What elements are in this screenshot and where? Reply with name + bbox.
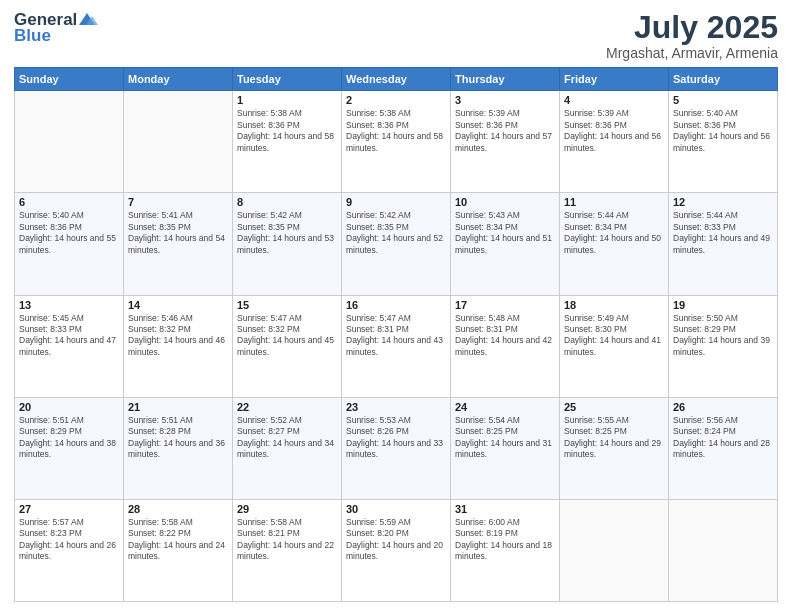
day-detail: Sunrise: 5:47 AMSunset: 8:32 PMDaylight:… [237, 313, 337, 359]
calendar-cell: 5Sunrise: 5:40 AMSunset: 8:36 PMDaylight… [669, 91, 778, 193]
day-number: 6 [19, 196, 119, 208]
day-detail: Sunrise: 5:56 AMSunset: 8:24 PMDaylight:… [673, 415, 773, 461]
day-number: 25 [564, 401, 664, 413]
day-detail: Sunrise: 5:59 AMSunset: 8:20 PMDaylight:… [346, 517, 446, 563]
day-number: 19 [673, 299, 773, 311]
weekday-header: Tuesday [233, 68, 342, 91]
calendar-cell [669, 499, 778, 601]
weekday-header: Friday [560, 68, 669, 91]
day-detail: Sunrise: 5:42 AMSunset: 8:35 PMDaylight:… [237, 210, 337, 256]
calendar-cell: 4Sunrise: 5:39 AMSunset: 8:36 PMDaylight… [560, 91, 669, 193]
calendar-cell: 14Sunrise: 5:46 AMSunset: 8:32 PMDayligh… [124, 295, 233, 397]
calendar-cell: 16Sunrise: 5:47 AMSunset: 8:31 PMDayligh… [342, 295, 451, 397]
day-number: 17 [455, 299, 555, 311]
day-number: 23 [346, 401, 446, 413]
day-detail: Sunrise: 5:41 AMSunset: 8:35 PMDaylight:… [128, 210, 228, 256]
day-number: 31 [455, 503, 555, 515]
page: General Blue July 2025 Mrgashat, Armavir… [0, 0, 792, 612]
day-detail: Sunrise: 5:57 AMSunset: 8:23 PMDaylight:… [19, 517, 119, 563]
calendar-cell [15, 91, 124, 193]
calendar-cell: 7Sunrise: 5:41 AMSunset: 8:35 PMDaylight… [124, 193, 233, 295]
calendar-cell: 26Sunrise: 5:56 AMSunset: 8:24 PMDayligh… [669, 397, 778, 499]
day-detail: Sunrise: 5:53 AMSunset: 8:26 PMDaylight:… [346, 415, 446, 461]
calendar-cell: 21Sunrise: 5:51 AMSunset: 8:28 PMDayligh… [124, 397, 233, 499]
day-detail: Sunrise: 5:39 AMSunset: 8:36 PMDaylight:… [455, 108, 555, 154]
calendar-cell: 13Sunrise: 5:45 AMSunset: 8:33 PMDayligh… [15, 295, 124, 397]
day-detail: Sunrise: 5:49 AMSunset: 8:30 PMDaylight:… [564, 313, 664, 359]
calendar-cell: 15Sunrise: 5:47 AMSunset: 8:32 PMDayligh… [233, 295, 342, 397]
weekday-header: Saturday [669, 68, 778, 91]
header: General Blue July 2025 Mrgashat, Armavir… [14, 10, 778, 61]
day-detail: Sunrise: 5:39 AMSunset: 8:36 PMDaylight:… [564, 108, 664, 154]
logo: General Blue [14, 10, 99, 46]
day-detail: Sunrise: 5:51 AMSunset: 8:28 PMDaylight:… [128, 415, 228, 461]
day-number: 1 [237, 94, 337, 106]
day-detail: Sunrise: 5:54 AMSunset: 8:25 PMDaylight:… [455, 415, 555, 461]
day-detail: Sunrise: 5:44 AMSunset: 8:34 PMDaylight:… [564, 210, 664, 256]
calendar-cell: 19Sunrise: 5:50 AMSunset: 8:29 PMDayligh… [669, 295, 778, 397]
weekday-header: Sunday [15, 68, 124, 91]
calendar-cell [560, 499, 669, 601]
day-number: 11 [564, 196, 664, 208]
day-number: 10 [455, 196, 555, 208]
day-detail: Sunrise: 5:55 AMSunset: 8:25 PMDaylight:… [564, 415, 664, 461]
day-number: 21 [128, 401, 228, 413]
day-detail: Sunrise: 5:47 AMSunset: 8:31 PMDaylight:… [346, 313, 446, 359]
weekday-header: Thursday [451, 68, 560, 91]
calendar-cell: 30Sunrise: 5:59 AMSunset: 8:20 PMDayligh… [342, 499, 451, 601]
day-detail: Sunrise: 5:58 AMSunset: 8:21 PMDaylight:… [237, 517, 337, 563]
calendar-cell: 29Sunrise: 5:58 AMSunset: 8:21 PMDayligh… [233, 499, 342, 601]
logo-blue: Blue [14, 26, 51, 46]
day-number: 30 [346, 503, 446, 515]
calendar-cell: 6Sunrise: 5:40 AMSunset: 8:36 PMDaylight… [15, 193, 124, 295]
calendar-cell [124, 91, 233, 193]
logo-icon [79, 11, 99, 29]
day-detail: Sunrise: 5:38 AMSunset: 8:36 PMDaylight:… [237, 108, 337, 154]
day-detail: Sunrise: 5:45 AMSunset: 8:33 PMDaylight:… [19, 313, 119, 359]
day-detail: Sunrise: 5:51 AMSunset: 8:29 PMDaylight:… [19, 415, 119, 461]
calendar-cell: 11Sunrise: 5:44 AMSunset: 8:34 PMDayligh… [560, 193, 669, 295]
title-block: July 2025 Mrgashat, Armavir, Armenia [606, 10, 778, 61]
day-number: 16 [346, 299, 446, 311]
day-number: 5 [673, 94, 773, 106]
location: Mrgashat, Armavir, Armenia [606, 45, 778, 61]
day-detail: Sunrise: 5:52 AMSunset: 8:27 PMDaylight:… [237, 415, 337, 461]
day-number: 8 [237, 196, 337, 208]
day-detail: Sunrise: 5:38 AMSunset: 8:36 PMDaylight:… [346, 108, 446, 154]
day-number: 13 [19, 299, 119, 311]
calendar-cell: 25Sunrise: 5:55 AMSunset: 8:25 PMDayligh… [560, 397, 669, 499]
day-number: 14 [128, 299, 228, 311]
calendar-cell: 9Sunrise: 5:42 AMSunset: 8:35 PMDaylight… [342, 193, 451, 295]
weekday-header: Monday [124, 68, 233, 91]
calendar-cell: 23Sunrise: 5:53 AMSunset: 8:26 PMDayligh… [342, 397, 451, 499]
month-title: July 2025 [606, 10, 778, 45]
day-number: 15 [237, 299, 337, 311]
day-detail: Sunrise: 5:44 AMSunset: 8:33 PMDaylight:… [673, 210, 773, 256]
day-detail: Sunrise: 5:50 AMSunset: 8:29 PMDaylight:… [673, 313, 773, 359]
calendar-cell: 1Sunrise: 5:38 AMSunset: 8:36 PMDaylight… [233, 91, 342, 193]
day-number: 28 [128, 503, 228, 515]
day-detail: Sunrise: 5:43 AMSunset: 8:34 PMDaylight:… [455, 210, 555, 256]
day-number: 29 [237, 503, 337, 515]
day-detail: Sunrise: 5:40 AMSunset: 8:36 PMDaylight:… [19, 210, 119, 256]
calendar-cell: 22Sunrise: 5:52 AMSunset: 8:27 PMDayligh… [233, 397, 342, 499]
day-detail: Sunrise: 5:42 AMSunset: 8:35 PMDaylight:… [346, 210, 446, 256]
day-number: 18 [564, 299, 664, 311]
day-number: 2 [346, 94, 446, 106]
calendar-cell: 17Sunrise: 5:48 AMSunset: 8:31 PMDayligh… [451, 295, 560, 397]
calendar-cell: 12Sunrise: 5:44 AMSunset: 8:33 PMDayligh… [669, 193, 778, 295]
calendar-cell: 31Sunrise: 6:00 AMSunset: 8:19 PMDayligh… [451, 499, 560, 601]
calendar-cell: 20Sunrise: 5:51 AMSunset: 8:29 PMDayligh… [15, 397, 124, 499]
day-detail: Sunrise: 5:40 AMSunset: 8:36 PMDaylight:… [673, 108, 773, 154]
calendar-cell: 27Sunrise: 5:57 AMSunset: 8:23 PMDayligh… [15, 499, 124, 601]
calendar-cell: 3Sunrise: 5:39 AMSunset: 8:36 PMDaylight… [451, 91, 560, 193]
day-number: 24 [455, 401, 555, 413]
calendar-cell: 10Sunrise: 5:43 AMSunset: 8:34 PMDayligh… [451, 193, 560, 295]
day-detail: Sunrise: 5:58 AMSunset: 8:22 PMDaylight:… [128, 517, 228, 563]
day-detail: Sunrise: 5:48 AMSunset: 8:31 PMDaylight:… [455, 313, 555, 359]
calendar: SundayMondayTuesdayWednesdayThursdayFrid… [14, 67, 778, 602]
day-detail: Sunrise: 5:46 AMSunset: 8:32 PMDaylight:… [128, 313, 228, 359]
day-number: 3 [455, 94, 555, 106]
calendar-cell: 8Sunrise: 5:42 AMSunset: 8:35 PMDaylight… [233, 193, 342, 295]
calendar-cell: 2Sunrise: 5:38 AMSunset: 8:36 PMDaylight… [342, 91, 451, 193]
